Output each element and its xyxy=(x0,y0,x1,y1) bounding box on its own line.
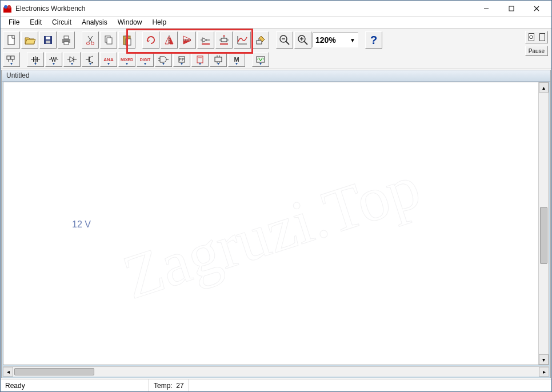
vertical-scrollbar[interactable]: ▴ ▾ xyxy=(538,82,549,365)
copy-button[interactable] xyxy=(100,31,117,49)
rotate-button[interactable] xyxy=(142,31,159,49)
pause-button[interactable]: Pause xyxy=(525,46,548,56)
help-button[interactable]: ? xyxy=(365,31,382,49)
statusbar: Ready Temp: 27 xyxy=(1,379,551,391)
close-button[interactable] xyxy=(524,1,549,17)
edit-component-button[interactable] xyxy=(252,31,269,49)
svg-rect-13 xyxy=(64,42,69,45)
svg-line-62 xyxy=(89,56,93,58)
zoom-value: 120% xyxy=(315,35,336,45)
zoom-out-button[interactable] xyxy=(276,31,293,49)
svg-marker-29 xyxy=(202,38,207,42)
svg-rect-9 xyxy=(46,37,50,39)
scroll-down-button[interactable]: ▾ xyxy=(539,354,549,365)
component-properties-button[interactable] xyxy=(215,31,233,49)
sources-button[interactable]: ▾ xyxy=(27,52,44,67)
scroll-up-button[interactable]: ▴ xyxy=(539,82,549,93)
flip-vertical-button[interactable] xyxy=(179,31,196,49)
canvas[interactable]: Zagruzi.Top 12 V xyxy=(3,82,538,365)
paste-button[interactable] xyxy=(118,31,135,49)
svg-point-17 xyxy=(91,42,94,45)
analog-ics-button[interactable]: ANA▾ xyxy=(100,52,117,67)
zoom-in-button[interactable] xyxy=(294,31,311,49)
svg-marker-27 xyxy=(183,41,191,44)
workspace: Untitled Zagruzi.Top 12 V ▴ ▾ ◂ ▸ xyxy=(1,70,551,378)
menu-file[interactable]: File xyxy=(4,17,24,27)
svg-marker-37 xyxy=(223,35,225,37)
titlebar: Electronics Workbench xyxy=(1,1,551,17)
print-button[interactable] xyxy=(58,31,75,49)
logic-gates-button[interactable]: ▾ xyxy=(155,52,172,67)
switch-off-icon: O xyxy=(529,33,534,41)
instruments-button[interactable]: ▾ xyxy=(252,52,269,67)
transistors-button[interactable]: ▾ xyxy=(82,52,99,67)
svg-rect-7 xyxy=(8,35,14,45)
svg-text:Zagruzi.Top: Zagruzi.Top xyxy=(115,151,428,313)
svg-rect-0 xyxy=(3,7,11,13)
menu-window[interactable]: Window xyxy=(113,17,147,27)
app-icon xyxy=(3,4,12,13)
activate-switch[interactable]: O xyxy=(525,31,548,43)
controls-button[interactable]: ▾ xyxy=(210,52,227,67)
switch-on-icon xyxy=(539,33,545,41)
svg-rect-48 xyxy=(7,56,10,59)
svg-rect-12 xyxy=(64,36,69,39)
new-button[interactable] xyxy=(3,31,20,49)
svg-rect-19 xyxy=(107,38,112,44)
svg-point-2 xyxy=(7,5,11,9)
cut-button[interactable] xyxy=(82,31,99,49)
menu-help[interactable]: Help xyxy=(147,17,171,27)
svg-marker-26 xyxy=(183,36,191,39)
flip-horizontal-button[interactable] xyxy=(161,31,178,49)
save-button[interactable] xyxy=(39,31,57,49)
app-title: Electronics Workbench xyxy=(15,5,86,13)
temp-value: 27 xyxy=(176,382,183,390)
digital-ics-button[interactable]: DIGIT▾ xyxy=(137,52,154,67)
toolbar-area: 120%▼ ? ▾ ▾ ▾ ▾ ▾ ANA▾ MIXED▾ DIGIT▾ ▾ F… xyxy=(1,28,551,69)
horizontal-scrollbar[interactable]: ◂ ▸ xyxy=(3,366,549,377)
menubar: File Edit Circuit Analysis Window Help xyxy=(1,17,551,28)
basic-button[interactable]: ▾ xyxy=(45,52,62,67)
diodes-button[interactable]: ▾ xyxy=(63,52,81,67)
temp-label: Temp: xyxy=(154,382,173,390)
status-ready: Ready xyxy=(1,379,149,391)
favorites-button[interactable]: ▾ xyxy=(3,52,20,67)
svg-rect-33 xyxy=(221,38,227,42)
misc-button[interactable]: M▾ xyxy=(228,52,245,67)
svg-line-45 xyxy=(304,41,307,45)
subcircuit-button[interactable] xyxy=(197,31,214,49)
minimize-button[interactable] xyxy=(474,1,499,17)
svg-marker-23 xyxy=(165,37,169,44)
digital-button[interactable]: FF▾ xyxy=(173,52,190,67)
svg-rect-10 xyxy=(46,41,50,43)
svg-rect-22 xyxy=(126,39,131,45)
scroll-right-button[interactable]: ▸ xyxy=(539,367,549,377)
menu-circuit[interactable]: Circuit xyxy=(47,17,76,27)
document-title: Untitled xyxy=(2,70,550,82)
maximize-button[interactable] xyxy=(499,1,524,17)
canvas-wrap: Zagruzi.Top 12 V ▴ ▾ xyxy=(3,82,549,365)
svg-point-1 xyxy=(4,5,7,9)
hscroll-thumb[interactable] xyxy=(14,368,94,375)
graph-button[interactable] xyxy=(234,31,251,49)
indicators-button[interactable]: ▾ xyxy=(191,52,209,67)
watermark: Zagruzi.Top xyxy=(3,82,538,350)
svg-line-42 xyxy=(286,41,289,45)
mixed-ics-button[interactable]: MIXED▾ xyxy=(118,52,135,67)
svg-line-15 xyxy=(89,36,93,42)
vscroll-thumb[interactable] xyxy=(540,207,547,264)
toolbar-row-2: ▾ ▾ ▾ ▾ ▾ ANA▾ MIXED▾ DIGIT▾ ▾ FF▾ ▾ ▾ M… xyxy=(3,50,549,69)
svg-point-16 xyxy=(87,42,90,45)
menu-edit[interactable]: Edit xyxy=(25,17,46,27)
toolbar-row-1: 120%▼ ? xyxy=(3,30,549,50)
chevron-down-icon: ▼ xyxy=(350,37,355,43)
svg-marker-24 xyxy=(170,37,173,44)
right-controls: O Pause xyxy=(525,31,548,56)
svg-rect-21 xyxy=(125,35,129,37)
svg-line-14 xyxy=(88,36,92,42)
scroll-left-button[interactable]: ◂ xyxy=(3,367,13,377)
open-button[interactable] xyxy=(21,31,38,49)
menu-analysis[interactable]: Analysis xyxy=(77,17,112,27)
svg-rect-49 xyxy=(11,56,14,59)
zoom-select[interactable]: 120%▼ xyxy=(313,33,358,47)
